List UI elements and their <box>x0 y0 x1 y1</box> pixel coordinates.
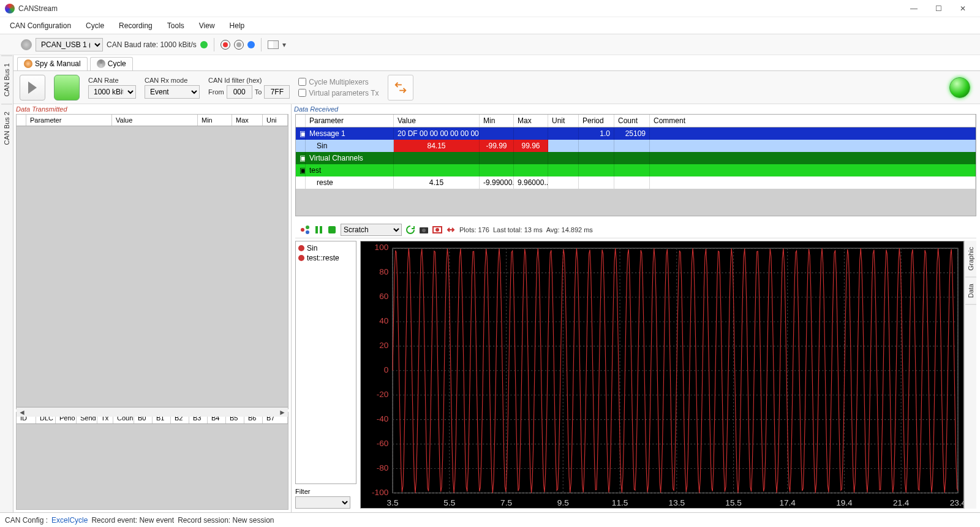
status-led <box>949 77 970 98</box>
refresh-icon[interactable] <box>405 225 415 235</box>
gear-icon[interactable] <box>21 39 32 50</box>
titlebar: CANStream — ☐ ✕ <box>0 0 980 17</box>
svg-text:23.4: 23.4 <box>950 498 963 507</box>
tx-header: Data Transmitted <box>13 104 291 114</box>
tab-spy-manual[interactable]: Spy & Manual <box>17 57 88 70</box>
plot-last: Last total: 13 ms <box>493 226 543 233</box>
collapse-icon[interactable]: ▣ <box>296 127 306 140</box>
sidetab-can-bus-1[interactable]: CAN Bus 1 <box>1 55 12 104</box>
plot-avg: Avg: 14.892 ms <box>546 226 593 233</box>
record-pause-button[interactable] <box>234 40 244 50</box>
trace-list[interactable]: Sin test::reste <box>295 241 356 484</box>
status-record-session: Record session: New session <box>178 516 274 525</box>
svg-text:100: 100 <box>375 243 389 252</box>
menu-cycle[interactable]: Cycle <box>80 19 110 32</box>
layout-dropdown-icon[interactable]: ▾ <box>282 40 286 49</box>
menu-tools[interactable]: Tools <box>161 19 190 32</box>
link-red-icon[interactable] <box>446 225 456 235</box>
svg-point-0 <box>301 228 304 232</box>
svg-text:-20: -20 <box>377 390 389 399</box>
panels: Data Transmitted Parameter Value Min Max… <box>13 104 980 512</box>
layout-button[interactable] <box>268 40 279 49</box>
menu-can-configuration[interactable]: CAN Configuration <box>4 19 77 32</box>
svg-text:20: 20 <box>379 341 388 350</box>
record-button[interactable] <box>221 40 230 50</box>
tx-col-max[interactable]: Max <box>232 115 263 126</box>
baud-rate-label: CAN Baud rate: 1000 kBit/s <box>107 40 197 49</box>
toolbar: PCAN_USB 1 (51h) CAN Baud rate: 1000 kBi… <box>0 34 980 55</box>
collapse-icon[interactable]: ▣ <box>296 152 306 164</box>
menu-recording[interactable]: Recording <box>113 19 159 32</box>
stop-button[interactable] <box>54 75 80 100</box>
tx-col-unit[interactable]: Uni <box>263 115 288 126</box>
svg-text:3.5: 3.5 <box>387 498 399 507</box>
minimize-button[interactable]: — <box>902 1 926 16</box>
status-dot-green <box>200 41 208 48</box>
camera-icon[interactable] <box>419 225 429 235</box>
rx-row-message-1: ▣ Message 1 20 DF 00 00 00 00 00 00 1.0 … <box>296 127 976 140</box>
swap-icon-button[interactable] <box>388 75 413 100</box>
menu-help[interactable]: Help <box>224 19 251 32</box>
tx-col-value[interactable]: Value <box>112 115 198 126</box>
nodes-icon[interactable] <box>300 225 310 235</box>
rx-header: Data Received <box>292 104 980 114</box>
tab-cycle[interactable]: Cycle <box>90 57 133 70</box>
cycle-multiplexers-checkbox[interactable]: Cycle Multiplexers <box>298 78 379 86</box>
person-icon <box>24 59 32 68</box>
rx-mode-select[interactable]: Event <box>145 85 200 99</box>
svg-text:17.4: 17.4 <box>779 498 796 507</box>
tx-grid[interactable]: Parameter Value Min Max Uni ◄► <box>16 114 288 409</box>
status-dot-blue <box>247 41 255 48</box>
tx-col-min[interactable]: Min <box>198 115 232 126</box>
filter-label: Filter <box>295 488 356 495</box>
svg-text:5.5: 5.5 <box>443 498 455 507</box>
svg-text:-40: -40 <box>377 414 389 423</box>
to-label: To <box>255 88 262 96</box>
filter-select[interactable] <box>295 496 350 509</box>
tx-raw-grid[interactable]: ID DLC Perio Send Tx Coun B0 B1 B2 B3 B4… <box>16 412 288 510</box>
svg-text:80: 80 <box>379 268 388 277</box>
trace-item-test-reste: test::reste <box>298 254 353 262</box>
svg-rect-4 <box>320 226 322 233</box>
scratch-select[interactable]: Scratch <box>341 224 402 236</box>
svg-text:13.5: 13.5 <box>669 498 685 507</box>
status-config-link[interactable]: ExcelCycle <box>51 516 88 525</box>
svg-text:9.5: 9.5 <box>557 498 569 507</box>
filter-from-input[interactable] <box>227 85 252 99</box>
svg-text:7.5: 7.5 <box>500 498 512 507</box>
sidetab-graphic[interactable]: Graphic <box>965 241 976 278</box>
maximize-button[interactable]: ☐ <box>926 1 951 16</box>
can-rate-select[interactable]: 1000 kBit/s <box>88 85 136 99</box>
tx-scrollbar[interactable]: ◄► <box>17 407 288 417</box>
pause-icon[interactable] <box>314 225 323 235</box>
menu-view[interactable]: View <box>193 19 221 32</box>
record-red-icon[interactable] <box>432 225 442 235</box>
sidetab-data[interactable]: Data <box>965 278 976 305</box>
svg-text:0: 0 <box>384 365 389 374</box>
sidetab-can-bus-2[interactable]: CAN Bus 2 <box>1 104 12 152</box>
device-select[interactable]: PCAN_USB 1 (51h) <box>36 38 103 51</box>
window-title: CANStream <box>18 4 902 13</box>
collapse-icon[interactable]: ▣ <box>296 164 306 176</box>
menubar: CAN Configuration Cycle Recording Tools … <box>0 17 980 34</box>
app-icon <box>5 4 15 13</box>
play-button[interactable] <box>20 75 45 100</box>
id-filter-label: CAN Id filter (hex) <box>208 77 290 84</box>
tab-spy-label: Spy & Manual <box>35 59 81 68</box>
stop-icon[interactable] <box>327 225 337 235</box>
filter-to-input[interactable] <box>264 85 290 99</box>
from-label: From <box>208 88 224 96</box>
svg-text:-100: -100 <box>372 488 388 497</box>
status-record-event: Record event: New event <box>91 516 174 525</box>
rx-grid[interactable]: Parameter Value Min Max Unit Period Coun… <box>295 114 976 216</box>
tx-col-parameter[interactable]: Parameter <box>26 115 112 126</box>
tx-panel: Data Transmitted Parameter Value Min Max… <box>13 104 292 512</box>
plot-area: Sin test::reste Filter -100-80-60-40-200… <box>295 241 976 509</box>
trace-item-sin: Sin <box>298 244 353 252</box>
close-button[interactable]: ✕ <box>951 1 975 16</box>
rx-row-reste: reste 4.15 -9.99000... 9.96000... <box>296 176 976 189</box>
svg-text:-80: -80 <box>377 463 389 472</box>
plot-canvas[interactable]: -100-80-60-40-200204060801003.55.57.59.5… <box>360 241 964 509</box>
tab-cycle-label: Cycle <box>108 59 126 68</box>
virtual-params-tx-checkbox[interactable]: Virtual parameters Tx <box>298 89 379 97</box>
